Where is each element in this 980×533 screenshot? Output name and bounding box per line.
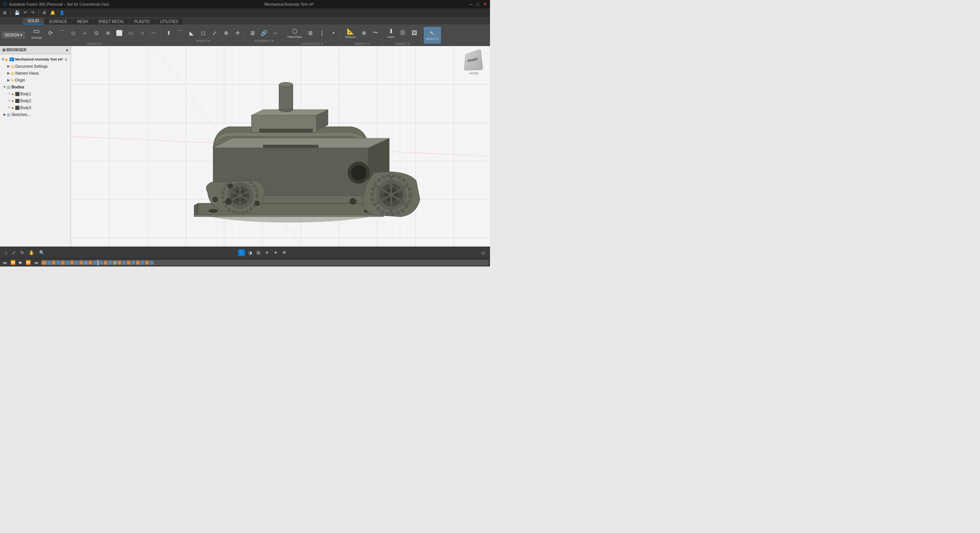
zoom-btn[interactable]: 🔍 xyxy=(38,249,46,256)
cylinder-btn[interactable]: ⬭ xyxy=(126,28,136,38)
axis-btn[interactable]: | xyxy=(317,28,327,38)
minimize-btn[interactable]: ─ xyxy=(469,2,473,7)
tree-doc-settings[interactable]: ▶ ▤ Document Settings xyxy=(0,63,70,70)
timeline-item-19[interactable] xyxy=(127,261,131,265)
tree-sketches[interactable]: ▶ ▤ Sketches... xyxy=(0,111,70,118)
shell-btn[interactable]: ◻ xyxy=(198,28,209,38)
sphere-btn[interactable]: ○ xyxy=(137,28,148,38)
tree-bodies[interactable]: ▼ ▤ Bodies xyxy=(0,83,70,90)
play-btn[interactable]: ▶ xyxy=(18,260,23,265)
sweep-btn[interactable]: ⌒ xyxy=(57,28,67,38)
tree-root[interactable]: ▼ ▶ F Mechanical Anomaly Test v4* ⚙ xyxy=(0,56,70,63)
select-btn[interactable]: ↖ SELECT ▾ xyxy=(424,27,441,44)
maximize-btn[interactable]: □ xyxy=(477,2,479,7)
fillet-btn[interactable]: ⌒ xyxy=(175,28,186,38)
timeline-item-11[interactable] xyxy=(88,261,92,265)
timeline-item-14[interactable] xyxy=(104,261,108,265)
insert-derive-btn[interactable]: ⬇ Insert xyxy=(385,25,397,41)
timeline-item-15[interactable] xyxy=(108,261,112,265)
timeline-item-10[interactable] xyxy=(84,261,88,265)
grid-icon[interactable]: ⊞ xyxy=(2,10,8,16)
timeline-item-3[interactable] xyxy=(52,261,56,265)
joint-btn[interactable]: 🔗 xyxy=(259,28,270,38)
canvas-btn[interactable]: 🖼 xyxy=(409,28,420,38)
tab-solid[interactable]: SOLID xyxy=(23,18,44,25)
notification-btn[interactable]: 🔔 xyxy=(49,10,57,16)
tree-origin[interactable]: ▶ ⊕ Origin xyxy=(0,77,70,83)
svg-btn[interactable]: Ⓢ xyxy=(397,28,408,38)
settings-btn[interactable]: ⚙ xyxy=(41,10,48,16)
box-btn[interactable]: ⬜ xyxy=(114,28,125,38)
env-btn[interactable]: ☀ xyxy=(263,249,271,256)
curvature-btn[interactable]: 〜 xyxy=(370,28,381,38)
timeline-item-23[interactable] xyxy=(145,261,149,265)
step-start-btn[interactable]: ⏮ xyxy=(2,260,8,265)
tree-body1[interactable]: 👁 ● ⬛ Body1 xyxy=(0,90,70,97)
design-dropdown[interactable]: DESIGN ▾ xyxy=(2,31,25,39)
step-back-btn[interactable]: ⏪ xyxy=(9,260,17,265)
timeline-item-4[interactable] xyxy=(56,261,60,265)
timeline-item-6[interactable] xyxy=(65,261,69,265)
timeline-item-22[interactable] xyxy=(140,261,144,265)
combine-btn[interactable]: ⊕ xyxy=(221,28,232,38)
timeline-item-21[interactable] xyxy=(136,261,140,265)
chamfer-btn[interactable]: ◣ xyxy=(186,28,197,38)
tab-plastic[interactable]: PLASTIC xyxy=(130,19,155,25)
timeline-item-8[interactable] xyxy=(75,261,78,265)
undo-btn[interactable]: ↶ xyxy=(22,10,29,16)
move-btn[interactable]: ✛ xyxy=(232,28,243,38)
tab-mesh[interactable]: MESH xyxy=(72,19,93,25)
point-btn[interactable]: • xyxy=(328,28,339,38)
step-end-btn[interactable]: ⏭ xyxy=(33,260,40,265)
close-btn[interactable]: ✕ xyxy=(483,2,487,7)
extrude-btn[interactable]: ▭ Extrude xyxy=(29,25,44,41)
redo-btn[interactable]: ↷ xyxy=(29,10,36,16)
nav-cube[interactable]: FRONT HOME xyxy=(462,51,485,74)
pan-btn[interactable]: ✋ xyxy=(27,249,36,256)
fit-btn[interactable]: ⤢ xyxy=(10,249,17,256)
hole-btn[interactable]: ⊙ xyxy=(91,28,102,38)
home-view-btn[interactable]: ⌂ xyxy=(3,249,9,256)
effects-btn[interactable]: ✦ xyxy=(272,249,279,256)
step-forward-btn[interactable]: ⏩ xyxy=(24,260,32,265)
new-component-btn[interactable]: ⊞ xyxy=(247,28,258,38)
midplane-btn[interactable]: ⊞ xyxy=(305,28,316,38)
timeline-item-13[interactable] xyxy=(99,261,103,265)
tree-named-views[interactable]: ▶ ▤ Named Views xyxy=(0,70,70,77)
timeline-item-17[interactable] xyxy=(118,261,121,265)
offset-plane-btn[interactable]: ⬡ Offset Plane xyxy=(285,25,304,41)
timeline-item-12[interactable] xyxy=(93,261,97,265)
timeline-track[interactable] xyxy=(41,260,488,265)
timeline-item-18[interactable] xyxy=(122,261,126,265)
timeline-item-16[interactable] xyxy=(113,261,117,265)
timeline-item-1[interactable] xyxy=(42,261,46,265)
tab-utilities[interactable]: UTILITIES xyxy=(155,19,183,25)
motion-btn[interactable]: ↔ xyxy=(270,28,281,38)
scale-btn[interactable]: ⤢ xyxy=(209,28,220,38)
revolve-btn[interactable]: ⟳ xyxy=(45,28,56,38)
visual-style-btn[interactable]: ◑ xyxy=(247,249,253,256)
interference-btn[interactable]: ⊗ xyxy=(359,28,369,38)
browser-options-btn[interactable]: ● xyxy=(66,48,68,52)
rib-btn[interactable]: ⌐ xyxy=(80,28,90,38)
tree-body2[interactable]: 👁 ● ⬛ Body2 xyxy=(0,97,70,104)
timeline-item-5[interactable] xyxy=(61,261,65,265)
object-visibility-btn[interactable]: 👁 xyxy=(281,249,288,256)
tab-surface[interactable]: SURFACE xyxy=(44,19,72,25)
tab-sheet-metal[interactable]: SHEET METAL xyxy=(93,19,129,25)
timeline-item-9[interactable] xyxy=(79,261,83,265)
display-mode-btn[interactable]: ⬡ xyxy=(238,249,245,256)
cube-face[interactable]: FRONT xyxy=(464,49,483,70)
thread-btn[interactable]: ≋ xyxy=(103,28,113,38)
timeline-item-20[interactable] xyxy=(131,261,135,265)
tree-body3[interactable]: 👁 ● ⬛ Body3 xyxy=(0,104,70,111)
user-btn[interactable]: 👤 xyxy=(58,10,66,16)
grid-settings-btn[interactable]: ⊞ xyxy=(255,249,262,256)
timeline-item-24[interactable] xyxy=(150,261,154,265)
save-btn[interactable]: 💾 xyxy=(13,10,21,16)
measure-btn[interactable]: 📐 Measure xyxy=(343,25,358,41)
orbit-btn[interactable]: ↻ xyxy=(19,249,26,256)
timeline-item-2[interactable] xyxy=(47,261,51,265)
more-create-btn[interactable]: ⋯ xyxy=(149,28,159,38)
section-analysis-btn[interactable]: ⚏ xyxy=(480,249,487,256)
